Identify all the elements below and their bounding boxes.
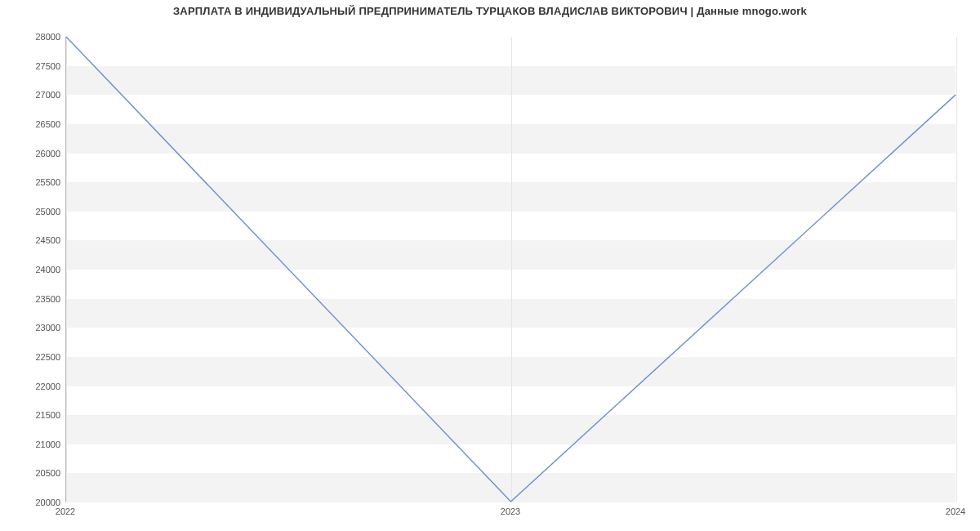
y-tick-label: 23000 <box>11 323 60 332</box>
y-tick-label: 28000 <box>11 32 60 42</box>
plot-area <box>65 37 956 502</box>
y-tick-label: 24500 <box>11 235 60 245</box>
x-tick-label: 2024 <box>946 506 965 516</box>
chart-title: ЗАРПЛАТА В ИНДИВИДУАЛЬНЫЙ ПРЕДПРИНИМАТЕЛ… <box>0 5 980 17</box>
y-tick-label: 22500 <box>11 352 60 362</box>
y-tick-label: 26500 <box>11 119 60 129</box>
y-tick-label: 20000 <box>11 498 60 507</box>
y-tick-label: 22000 <box>11 382 60 391</box>
x-tick-label: 2022 <box>56 506 75 516</box>
chart-svg <box>66 37 956 502</box>
y-tick-label: 21000 <box>11 440 60 449</box>
y-tick-label: 27500 <box>11 61 60 71</box>
y-tick-label: 27000 <box>11 90 60 100</box>
grid-line-vertical <box>956 37 957 502</box>
y-tick-label: 21500 <box>11 410 60 420</box>
y-tick-label: 20500 <box>11 468 60 478</box>
y-tick-label: 25000 <box>11 207 60 216</box>
x-tick-label: 2023 <box>501 506 520 516</box>
series-line <box>66 37 956 502</box>
y-tick-label: 23500 <box>11 294 60 304</box>
y-tick-label: 24000 <box>11 265 60 274</box>
y-tick-label: 25500 <box>11 177 60 187</box>
y-tick-label: 26000 <box>11 149 60 158</box>
chart-container: ЗАРПЛАТА В ИНДИВИДУАЛЬНЫЙ ПРЕДПРИНИМАТЕЛ… <box>0 0 980 531</box>
